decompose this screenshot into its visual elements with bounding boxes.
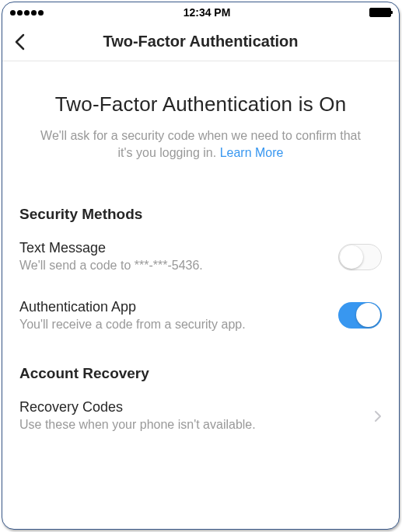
status-bar: 12:34 PM <box>2 2 399 23</box>
chevron-left-icon <box>14 33 25 50</box>
page-title: Two-Factor Authentication <box>2 33 399 50</box>
hero-title: Two-Factor Authentication is On <box>27 92 374 116</box>
auth-app-title: Authentication App <box>19 299 338 315</box>
chevron-right-icon <box>374 410 382 422</box>
status-time: 12:34 PM <box>184 6 231 19</box>
hero-subtitle-text: We'll ask for a security code when we ne… <box>40 129 361 159</box>
hero-section: Two-Factor Authentication is On We'll as… <box>19 61 382 184</box>
content: Two-Factor Authentication is On We'll as… <box>2 61 399 444</box>
device-frame: 12:34 PM Two-Factor Authentication Two-F… <box>2 2 400 530</box>
auth-app-subtitle: You'll receive a code from a security ap… <box>19 317 338 333</box>
recovery-codes-row[interactable]: Recovery Codes Use these when your phone… <box>19 385 382 444</box>
security-methods-header: Security Methods <box>19 206 382 223</box>
battery-icon <box>369 8 391 17</box>
back-button[interactable] <box>2 25 37 59</box>
text-message-row: Text Message We'll send a code to ***-**… <box>19 226 382 285</box>
signal-strength-icon <box>10 10 44 16</box>
recovery-codes-title: Recovery Codes <box>19 399 368 416</box>
learn-more-link[interactable]: Learn More <box>220 146 284 159</box>
hero-subtitle: We'll ask for a security code when we ne… <box>27 127 374 162</box>
auth-app-row: Authentication App You'll receive a code… <box>19 285 382 344</box>
account-recovery-header: Account Recovery <box>19 365 382 382</box>
text-message-subtitle: We'll send a code to ***-***-5436. <box>19 258 338 274</box>
nav-bar: Two-Factor Authentication <box>2 23 399 61</box>
auth-app-toggle[interactable] <box>338 302 382 329</box>
text-message-toggle[interactable] <box>338 244 382 270</box>
text-message-title: Text Message <box>19 240 338 256</box>
recovery-codes-subtitle: Use these when your phone isn't availabl… <box>19 417 368 433</box>
